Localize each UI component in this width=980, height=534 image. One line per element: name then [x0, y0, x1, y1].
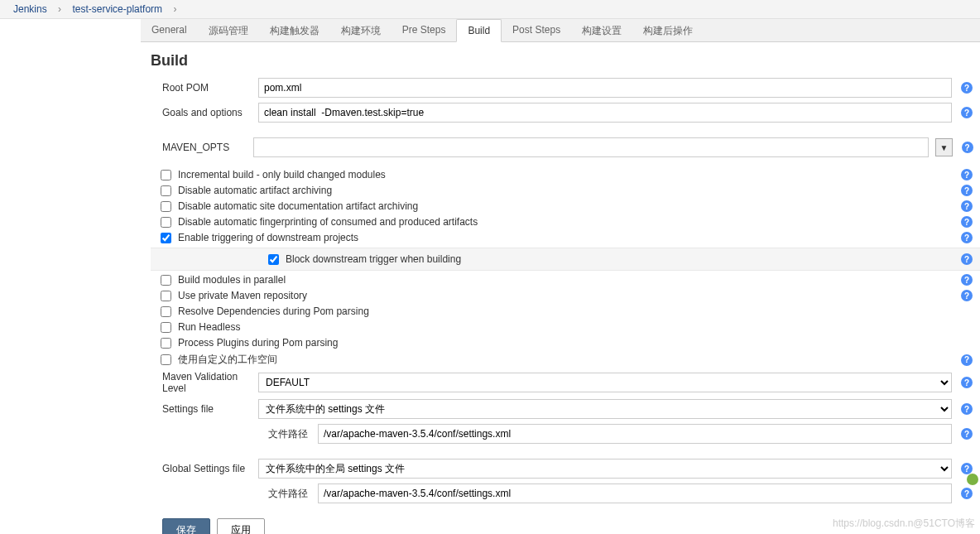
help-icon[interactable]: ?	[961, 169, 973, 180]
root-pom-label: Root POM	[151, 82, 258, 94]
maven-opts-label: MAVEN_OPTS	[151, 142, 253, 153]
parallel-label: Build modules in parallel	[178, 274, 958, 286]
breadcrumb: Jenkins › test-service-platform ›	[0, 0, 980, 19]
help-icon[interactable]: ?	[961, 428, 973, 440]
tab-post-build[interactable]: 构建后操作	[632, 19, 704, 41]
private-repo-checkbox[interactable]	[161, 291, 171, 301]
chevron-right-icon: ›	[170, 3, 180, 15]
custom-workspace-label: 使用自定义的工作空间	[178, 353, 958, 367]
help-icon[interactable]: ?	[961, 463, 973, 474]
enable-downstream-label: Enable triggering of downstream projects	[178, 232, 958, 243]
tab-build[interactable]: Build	[456, 19, 502, 42]
block-downstream-checkbox[interactable]	[268, 254, 279, 265]
process-plugins-label: Process Plugins during Pom parsing	[178, 337, 958, 349]
help-icon[interactable]: ?	[961, 200, 973, 212]
tab-general[interactable]: General	[141, 19, 198, 41]
help-icon[interactable]: ?	[961, 354, 973, 366]
headless-label: Run Headless	[178, 321, 958, 333]
parallel-checkbox[interactable]	[161, 275, 171, 286]
global-settings-label: Global Settings file	[151, 463, 258, 474]
tab-build-env[interactable]: 构建环境	[330, 19, 392, 41]
help-icon[interactable]: ?	[961, 253, 973, 265]
disable-sitedoc-label: Disable automatic site documentation art…	[178, 200, 958, 212]
help-icon[interactable]: ?	[961, 488, 973, 499]
resolve-deps-label: Resolve Dependencies during Pom parsing	[178, 305, 958, 317]
watermark: https://blog.csdn.n@51CTO博客	[833, 517, 975, 531]
process-plugins-checkbox[interactable]	[161, 338, 171, 349]
settings-path-label: 文件路径	[268, 427, 318, 441]
section-title: Build	[151, 52, 980, 70]
goals-label: Goals and options	[151, 107, 258, 118]
breadcrumb-project[interactable]: test-service-platform	[67, 3, 167, 15]
custom-workspace-checkbox[interactable]	[161, 354, 171, 365]
save-button[interactable]: 保存	[162, 518, 210, 534]
root-pom-input[interactable]	[258, 78, 952, 98]
incremental-build-checkbox[interactable]	[161, 170, 171, 180]
incremental-build-label: Incremental build - only build changed m…	[178, 169, 958, 180]
tab-triggers[interactable]: 构建触发器	[259, 19, 330, 41]
global-settings-select[interactable]: 文件系统中的全局 settings 文件	[258, 459, 952, 479]
settings-label: Settings file	[151, 403, 258, 415]
tab-post-steps[interactable]: Post Steps	[502, 19, 571, 41]
validation-select[interactable]: DEFAULT	[258, 373, 952, 392]
validation-label: Maven Validation Level	[151, 371, 258, 394]
help-icon[interactable]: ?	[962, 142, 973, 153]
disable-sitedoc-checkbox[interactable]	[161, 201, 171, 212]
maven-opts-input[interactable]	[253, 137, 929, 157]
config-tabs: General 源码管理 构建触发器 构建环境 Pre Steps Build …	[141, 19, 980, 42]
settings-select[interactable]: 文件系统中的 settings 文件	[258, 399, 952, 419]
help-icon[interactable]: ?	[961, 185, 973, 196]
tab-scm[interactable]: 源码管理	[198, 19, 259, 41]
help-icon[interactable]: ?	[961, 274, 973, 286]
apply-button[interactable]: 应用	[217, 518, 265, 534]
tab-pre-steps[interactable]: Pre Steps	[392, 19, 457, 41]
help-icon[interactable]: ?	[961, 377, 973, 388]
chevron-right-icon: ›	[55, 3, 65, 15]
disable-fingerprint-checkbox[interactable]	[161, 217, 171, 228]
help-icon[interactable]: ?	[961, 82, 973, 94]
headless-checkbox[interactable]	[161, 322, 171, 333]
enable-downstream-checkbox[interactable]	[161, 233, 171, 243]
help-icon[interactable]: ?	[961, 290, 973, 301]
help-icon[interactable]: ?	[961, 232, 973, 243]
tab-build-settings[interactable]: 构建设置	[571, 19, 632, 41]
expand-button[interactable]: ▼	[935, 138, 953, 156]
block-downstream-label: Block downstream trigger when building	[286, 253, 958, 265]
resolve-deps-checkbox[interactable]	[161, 306, 171, 317]
private-repo-label: Use private Maven repository	[178, 290, 958, 301]
breadcrumb-root[interactable]: Jenkins	[8, 3, 52, 15]
help-icon[interactable]: ?	[961, 107, 973, 118]
global-settings-path-input[interactable]	[318, 483, 952, 503]
floating-badge-icon	[967, 474, 978, 485]
goals-input[interactable]	[258, 103, 952, 123]
disable-archiving-checkbox[interactable]	[161, 185, 171, 196]
settings-path-input[interactable]	[318, 424, 952, 444]
help-icon[interactable]: ?	[961, 403, 973, 415]
disable-fingerprint-label: Disable automatic fingerprinting of cons…	[178, 216, 958, 228]
help-icon[interactable]: ?	[961, 216, 973, 228]
disable-archiving-label: Disable automatic artifact archiving	[178, 185, 958, 196]
global-settings-path-label: 文件路径	[268, 487, 318, 501]
